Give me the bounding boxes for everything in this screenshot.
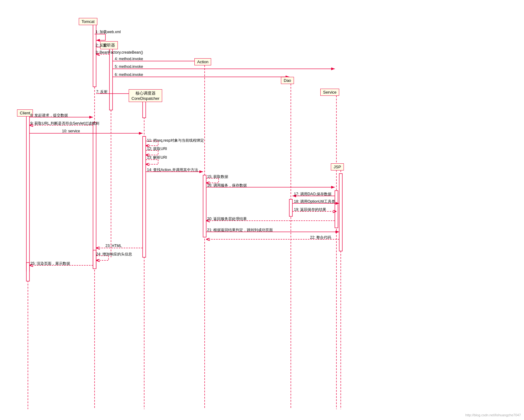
msg5-label: 5: method.invoke	[115, 64, 143, 69]
msg8-label: 8: 发起请求，提交数据	[30, 113, 68, 118]
svg-rect-18	[93, 250, 96, 269]
msg19-label: 19: 返回保存的结果	[294, 207, 326, 212]
actor-coredispatcher: 核心调度器 CoreDispatcher	[129, 89, 162, 102]
msg1-label: 1: 加载web.xml	[95, 29, 121, 35]
sequence-diagram: Tomcat 监听器 Action Service Dao Client 核心调…	[0, 0, 524, 420]
svg-rect-15	[335, 191, 338, 228]
actor-tomcat: Tomcat	[79, 18, 97, 25]
msg22-label: 22: 整合代码	[310, 235, 331, 240]
msg18-label: 18: 调用OptionUtil工具类	[294, 199, 335, 204]
msg23-label: 23: HTML	[105, 244, 122, 248]
actor-dao: Dao	[281, 77, 294, 84]
msg13-label: 13: 解析URI	[147, 155, 167, 160]
msg11-label: 11: 把req,resp对象与当前线程绑定	[147, 138, 204, 143]
msg14-label: 14: 查找Action,并调用其中方法	[147, 167, 198, 173]
svg-rect-11	[26, 116, 29, 271]
msg10-label: 10: service	[62, 129, 80, 133]
watermark: http://blog.csdn.net/lishuangzhe7047	[465, 413, 521, 417]
actor-jsp: JSP	[331, 163, 344, 170]
msg2-label: 2: 反射	[95, 43, 107, 48]
msg4-label: 4: method.invoke	[115, 57, 143, 61]
svg-rect-9	[109, 48, 113, 110]
msg15-label: 15: 获取数据	[207, 174, 228, 179]
msg9-label: 9: 获取URL,判断是否符合Servlet过滤规则	[30, 121, 99, 126]
msg12-label: 12: 获取URI	[147, 146, 167, 152]
msg3-label: 3: BeanFactory.createBean()	[95, 50, 143, 55]
msg25-label: 25: 渲染页面，展示数据	[30, 261, 70, 266]
msg17-label: 17: 调用DAO,保存数据	[294, 192, 331, 197]
svg-rect-13	[143, 136, 146, 257]
msg21-label: 21: 根据返回结果判定，跳转到成功页面	[207, 228, 273, 233]
svg-rect-17	[339, 174, 342, 251]
svg-rect-19	[26, 263, 29, 281]
msg6-label: 6: method.invoke	[115, 73, 143, 77]
msg20-label: 20: 返回服务层处理结果	[207, 216, 247, 222]
msg24-label: 24: 增加响应的头信息	[96, 252, 132, 257]
actor-action: Action	[194, 58, 211, 65]
msg16-label: 16: 调用服务，保存数据	[207, 183, 247, 188]
msg7-label: 7: 反射	[96, 89, 108, 95]
arrows-svg	[0, 0, 524, 420]
actor-service: Service	[320, 89, 339, 96]
svg-rect-16	[289, 199, 292, 216]
svg-rect-14	[203, 175, 206, 237]
svg-rect-12	[93, 122, 96, 268]
